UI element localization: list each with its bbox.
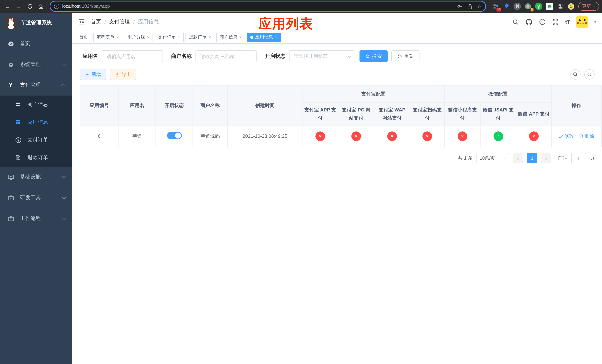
github-icon[interactable] (525, 18, 533, 26)
cell-app-id: 6 (80, 125, 119, 147)
page-size-select[interactable]: 10条/页 (476, 153, 509, 163)
sidebar: 芋道管理系统 首页 系统管理 ¥ 支付管理 (0, 13, 72, 364)
document-icon (15, 154, 22, 161)
export-button[interactable]: 导出 (110, 69, 136, 80)
user-menu-caret-icon[interactable]: ▾ (594, 20, 596, 24)
add-button[interactable]: ＋ 新增 (80, 69, 106, 80)
sidebar-item-label: 研发工具 (20, 194, 56, 201)
extension-command-icon[interactable]: ⌘ (514, 3, 521, 10)
extension-badge: 1 (530, 8, 534, 11)
app-name-label: 应用名 (83, 53, 98, 60)
merchant-name-input[interactable] (195, 50, 257, 62)
sidebar-item-payment[interactable]: ¥ 支付管理 (0, 75, 72, 96)
extension-panel-icon[interactable]: 10 (492, 3, 499, 10)
goto-page-input[interactable] (571, 153, 586, 163)
toggle-search-button[interactable] (570, 69, 580, 80)
shop-icon (15, 101, 22, 108)
profile-avatar[interactable] (567, 3, 575, 10)
fullscreen-icon[interactable] (552, 18, 559, 26)
delete-link[interactable]: 删除 (579, 133, 594, 139)
site-info-icon[interactable]: i (54, 4, 59, 9)
prev-page-button[interactable]: ‹ (513, 153, 523, 163)
share-icon[interactable] (467, 3, 473, 9)
col-created: 创建时间 (227, 85, 302, 125)
pagination: 共 1 条 10条/页 ‹ 1 › 前往 页 (80, 153, 595, 163)
url-text[interactable]: localhost:1024/pay/app (62, 4, 454, 9)
tab-refund-orders[interactable]: 退款订单× (185, 32, 214, 42)
app-logo-row[interactable]: 芋道管理系统 (0, 13, 72, 33)
close-icon[interactable]: × (275, 35, 277, 40)
cell-ops: 修改 删除 (551, 125, 602, 147)
user-avatar[interactable] (576, 16, 588, 28)
tab-merchant-info[interactable]: 商户信息× (216, 32, 245, 42)
breadcrumb-payment[interactable]: 支付管理 (109, 19, 130, 25)
briefcase-icon (7, 194, 14, 201)
password-key-icon[interactable] (457, 3, 463, 9)
tab-pay-orders[interactable]: 支付订单× (155, 32, 184, 42)
close-icon[interactable]: × (208, 35, 211, 40)
browser-reload-icon[interactable] (25, 2, 34, 11)
sidebar-item-label: 支付管理 (20, 82, 56, 88)
col-wx-jsapi: 微信 JSAPI 支付 (480, 102, 516, 125)
col-ops: 操作 (551, 85, 602, 125)
sidebar-item-app-info[interactable]: 应用信息 (0, 113, 72, 131)
app-name-input[interactable] (102, 50, 163, 62)
extensions-puzzle-icon[interactable] (557, 3, 564, 10)
url-bar[interactable]: i localhost:1024/pay/app ☆ (50, 1, 485, 11)
sidebar-item-label: 应用信息 (27, 119, 65, 126)
yen-icon: ¥ (7, 82, 14, 88)
reset-button[interactable]: 重置 (391, 50, 419, 62)
sidebar-item-home[interactable]: 首页 (0, 33, 72, 54)
total-count: 共 1 条 (458, 155, 473, 161)
current-page[interactable]: 1 (527, 153, 537, 163)
browser-back-icon[interactable]: ← (3, 2, 12, 11)
status-badge: ✓ (493, 131, 503, 141)
browser-home-icon[interactable] (36, 2, 45, 11)
extension-chat-icon[interactable] (546, 3, 553, 10)
sidebar-collapse-icon[interactable] (78, 18, 86, 26)
plus-icon: ＋ (85, 71, 90, 78)
sidebar-item-system[interactable]: 系统管理 (0, 54, 72, 75)
merchant-name-label: 商户名称 (171, 53, 192, 60)
sidebar-item-infrastructure[interactable]: 基础设施 (0, 167, 72, 187)
breadcrumb-home[interactable]: 首页 (91, 19, 101, 25)
header-search-icon[interactable] (512, 18, 519, 26)
edit-link[interactable]: 修改 (559, 133, 574, 139)
sidebar-item-pay-orders[interactable]: 支付订单 (0, 131, 72, 149)
extension-kite-icon[interactable] (503, 3, 510, 10)
next-page-button[interactable]: › (541, 153, 551, 163)
tab-home[interactable]: 首页 (76, 32, 91, 42)
chevron-down-icon (348, 54, 351, 58)
browser-forward-icon[interactable]: → (14, 2, 23, 11)
browser-update-button[interactable]: 更新 ⋮ (578, 2, 599, 11)
enabled-toggle[interactable] (167, 132, 182, 139)
sidebar-item-workflow[interactable]: 工作流程 (0, 208, 72, 229)
status-badge: ✕ (315, 131, 325, 141)
extension-y-icon[interactable]: y (535, 3, 542, 10)
extension-recorder-icon[interactable]: 1 (524, 3, 532, 10)
help-icon[interactable]: ? (539, 18, 546, 26)
refresh-button[interactable] (584, 69, 595, 80)
font-size-icon[interactable]: tT (565, 19, 570, 25)
sidebar-item-refund-orders[interactable]: 退款订单 (0, 149, 72, 167)
status-select[interactable]: 请选择开启状态 (289, 50, 355, 62)
sidebar-item-dev-tools[interactable]: 研发工具 (0, 187, 72, 208)
table-row: 6 芋道 芋道源码 2021-10-23 08:49:25 ✕ ✕ ✕ ✕ ✕ (80, 125, 602, 147)
close-icon[interactable]: × (239, 35, 242, 40)
close-icon[interactable]: × (116, 35, 119, 40)
sidebar-item-label: 商户信息 (27, 101, 65, 108)
navbar: 首页 / 支付管理 / 应用信息 ? (72, 13, 602, 31)
table-toolbar: ＋ 新增 导出 (80, 69, 595, 80)
close-icon[interactable]: × (178, 35, 180, 40)
col-merchant: 商户名称 (193, 85, 227, 125)
search-button[interactable]: 搜索 (359, 50, 388, 62)
chevron-down-icon (62, 216, 66, 220)
tab-user-group[interactable]: 用户分组× (124, 32, 153, 42)
browser-menu-icon[interactable]: ⋮ (592, 4, 596, 9)
bookmark-star-icon[interactable]: ☆ (477, 3, 482, 9)
sidebar-item-merchant-info[interactable]: 商户信息 (0, 96, 72, 113)
tab-process-form[interactable]: 流程表单× (93, 32, 122, 42)
close-icon[interactable]: × (147, 35, 150, 40)
chevron-down-icon (62, 195, 66, 199)
tab-app-info[interactable]: 应用信息× (247, 32, 281, 42)
